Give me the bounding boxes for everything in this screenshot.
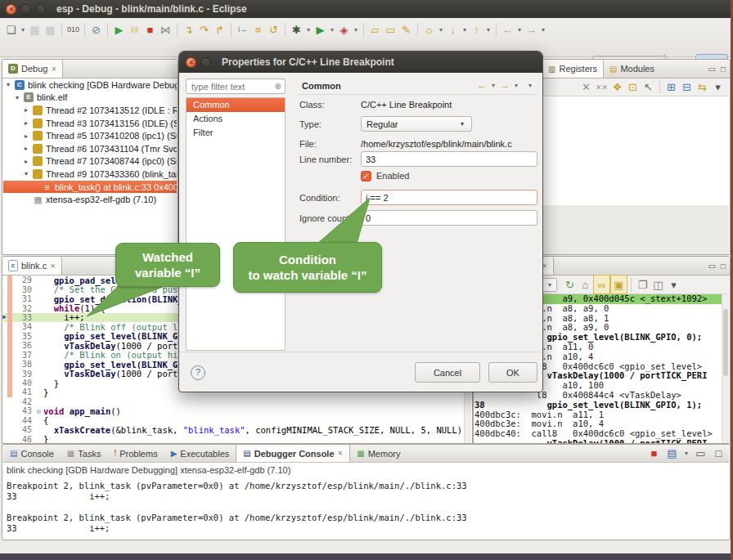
ok-button[interactable]: OK	[488, 362, 537, 383]
console-tab-tasks[interactable]: ▦Tasks	[61, 445, 108, 462]
menu-caret-icon[interactable]: ▾	[710, 78, 726, 96]
tab-debug[interactable]: D Debug ✕	[2, 60, 63, 78]
remove-icon[interactable]: ✕	[578, 78, 594, 96]
chevron-down-icon[interactable]: ▾	[512, 82, 520, 89]
show-execution-icon[interactable]: ≡	[250, 20, 266, 38]
minimize-icon[interactable]: ▭	[693, 445, 708, 463]
back-icon[interactable]: ←	[500, 20, 515, 38]
debug-tree-row[interactable]: ▸Thread #6 1073431104 (Tmr Svc) (S	[3, 142, 177, 155]
dialog-minimize-button[interactable]	[200, 57, 211, 68]
chevron-down-icon[interactable]: ▾	[461, 20, 469, 38]
console-tab-debugger-console[interactable]: ▤Debugger Console✕	[236, 445, 350, 462]
debug-tree-row[interactable]: ▾Eblink.elf	[3, 92, 177, 105]
debug-tree-row[interactable]: ▸Thread #5 1073410208 (ipc1) (Susp	[3, 129, 177, 142]
help-icon[interactable]: ?	[191, 365, 205, 380]
console-tab-memory[interactable]: ▦Memory	[350, 445, 407, 462]
restore-default-icon[interactable]: ⊡	[625, 78, 641, 96]
maximize-view-icon[interactable]: □	[721, 65, 726, 74]
restart-icon[interactable]: ↺	[266, 20, 281, 38]
chevron-down-icon[interactable]: ▾	[328, 20, 336, 38]
close-icon[interactable]: ✕	[50, 262, 56, 270]
type-dropdown[interactable]: Regular ▾	[361, 116, 472, 132]
run-icon[interactable]: ▶	[313, 20, 328, 38]
menu-caret-icon[interactable]: ▾	[666, 276, 681, 293]
view-menu-icon[interactable]: ▾	[526, 82, 534, 89]
registers-content[interactable]	[543, 97, 729, 205]
expand-icon[interactable]: ⊞	[663, 78, 679, 96]
maximize-icon[interactable]: □	[711, 445, 726, 463]
minimize-view-icon[interactable]: ▭	[708, 262, 716, 271]
forward-icon[interactable]: →	[500, 79, 510, 91]
debug-icon[interactable]: ✱	[289, 20, 304, 38]
layout-icon[interactable]: ⇆	[695, 78, 710, 96]
binary-console-icon[interactable]: 010	[65, 20, 81, 38]
new-wizard-icon[interactable]: ❏	[3, 20, 19, 38]
step-return-icon[interactable]: ↱	[212, 20, 227, 38]
debug-tree-row[interactable]: ≡blink_task() at blink.c:33 0x400db	[3, 181, 177, 194]
back-icon[interactable]: ←	[477, 79, 487, 91]
forward-icon[interactable]: →	[524, 20, 539, 38]
add-register-group-icon[interactable]: ❖	[609, 78, 625, 96]
close-icon[interactable]: ✕	[51, 65, 56, 73]
prev-annotation-icon[interactable]: ↑	[469, 20, 484, 38]
chevron-down-icon[interactable]: ▾	[682, 445, 690, 463]
step-over-icon[interactable]: ↷	[196, 20, 212, 38]
dialog-nav-actions[interactable]: Actions	[187, 112, 285, 126]
dialog-nav-filter[interactable]: Filter	[187, 126, 285, 140]
cancel-button[interactable]: Cancel	[415, 362, 480, 383]
ignore-count-input[interactable]	[361, 210, 537, 226]
tab-modules[interactable]: ▤ Modules	[604, 60, 660, 78]
save-all-icon[interactable]: ▩	[43, 20, 58, 38]
pin-icon[interactable]: ◫	[650, 276, 666, 293]
debug-tree-row[interactable]: ▸Thread #3 1073413156 (IDLE) (Susp	[3, 117, 177, 130]
terminate-icon[interactable]: ■	[646, 445, 662, 463]
filter-box[interactable]: ⊗	[186, 78, 286, 94]
line-number-input[interactable]	[361, 151, 537, 167]
open-file-icon[interactable]: ▭	[383, 20, 398, 38]
link-debug-context-icon[interactable]: ∞	[593, 275, 610, 294]
remove-all-icon[interactable]: ✕✕	[594, 78, 609, 96]
open-new-view-icon[interactable]: ❐	[635, 276, 650, 293]
console-output[interactable]: Breakpoint 2, blink_task (pvParameter=0x…	[7, 481, 722, 538]
skip-breakpoints-icon[interactable]: ⊘	[88, 20, 104, 38]
console-tab-executables[interactable]: ▶Executables	[164, 445, 236, 462]
collapse-icon[interactable]: ⊟	[679, 78, 695, 96]
external-tools-icon[interactable]: ◈	[336, 20, 352, 38]
enabled-checkbox[interactable]: ✓	[361, 171, 371, 181]
console-tab-console[interactable]: ▤Console	[3, 445, 61, 462]
home-icon[interactable]: ⌂	[578, 276, 593, 293]
condition-input[interactable]	[361, 190, 537, 205]
chevron-down-icon[interactable]: ▾	[19, 20, 27, 38]
refresh-icon[interactable]: ↻	[562, 276, 578, 293]
chevron-down-icon[interactable]: ▾	[437, 20, 445, 38]
debug-tree-row[interactable]: ▾Cblink checking [GDB Hardware Debug	[3, 78, 177, 92]
save-icon[interactable]: ▦	[27, 20, 43, 38]
debug-tree-row[interactable]: ▦xtensa-esp32-elf-gdb (7.10)	[3, 193, 177, 206]
terminate-icon[interactable]: ■	[142, 20, 158, 38]
suspend-icon[interactable]: ▮▮	[127, 20, 142, 38]
instruction-stepping-icon[interactable]: i→	[235, 20, 250, 38]
dialog-close-button[interactable]: ✕	[186, 57, 196, 68]
show-source-icon[interactable]: ▣	[610, 275, 627, 294]
last-edit-icon[interactable]: ☼	[421, 20, 437, 38]
step-into-icon[interactable]: ↴	[181, 20, 196, 38]
disconnect-icon[interactable]: ⋈	[158, 20, 173, 38]
tab-blink-c[interactable]: c blink.c ✕	[2, 257, 62, 275]
debug-tree-row[interactable]: ▸Thread #2 1073413512 (IDLE : Runn	[3, 104, 177, 117]
sketch-icon[interactable]: ✎	[398, 20, 414, 38]
tab-registers[interactable]: ▥ Registers	[542, 60, 604, 78]
dialog-nav-common[interactable]: Common	[187, 98, 285, 112]
debug-tree-row[interactable]: ▸Thread #7 1073408744 (ipc0) (Susp	[3, 155, 177, 168]
open-folder-icon[interactable]: ▱	[367, 20, 383, 38]
chevron-down-icon[interactable]: ▾	[484, 20, 492, 38]
filter-input[interactable]	[190, 81, 267, 92]
chevron-down-icon[interactable]: ▾	[515, 20, 524, 38]
console-tab-problems[interactable]: !Problems	[107, 445, 164, 462]
chevron-down-icon[interactable]: ▾	[489, 82, 497, 89]
maximize-view-icon[interactable]: □	[721, 262, 726, 271]
window-minimize-button[interactable]	[20, 4, 31, 15]
chevron-down-icon[interactable]: ▾	[352, 20, 360, 38]
pointer-icon[interactable]: ↖	[641, 78, 656, 96]
window-close-button[interactable]: ✕	[6, 4, 16, 15]
clear-filter-icon[interactable]: ⊗	[275, 82, 281, 91]
